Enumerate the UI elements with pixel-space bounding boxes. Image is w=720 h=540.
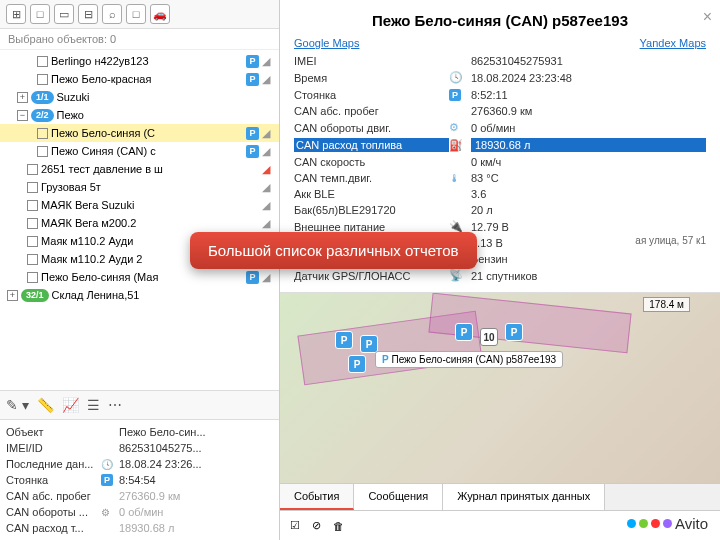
- expand-icon[interactable]: +: [17, 92, 28, 103]
- toolbar-mid: ✎ ▾ 📏 📈 ☰ ⋯: [0, 390, 279, 420]
- info-row: CAN расход т...18930.68 л: [6, 520, 273, 536]
- google-maps-link[interactable]: Google Maps: [294, 37, 359, 49]
- tree-label: Suzuki: [57, 91, 275, 103]
- detail-row: CAN скорость0 км/ч: [294, 154, 706, 170]
- toolbar-top: ⊞ □ ▭ ⊟ ⌕ □ 🚗: [0, 0, 279, 29]
- count-marker[interactable]: 10: [480, 328, 498, 346]
- detail-row: Бак(65л)BLE29172020 л: [294, 202, 706, 218]
- info-row: ОбъектПежо Бело-син...: [6, 424, 273, 440]
- tree-node[interactable]: Пежо Бело-синяя (МаяP◢: [0, 268, 279, 286]
- parking-icon: P: [246, 73, 259, 86]
- check-icon[interactable]: ☑: [290, 519, 300, 532]
- checkbox[interactable]: [27, 200, 38, 211]
- chart-icon[interactable]: 📈: [62, 397, 79, 413]
- tab-messages[interactable]: Сообщения: [354, 484, 443, 510]
- expand-icon[interactable]: +: [7, 290, 18, 301]
- trash-icon[interactable]: 🗑: [333, 520, 344, 532]
- parking-icon: P: [246, 271, 259, 284]
- stop-icon[interactable]: ⊘: [312, 519, 321, 532]
- edit-icon[interactable]: ✎ ▾: [6, 397, 29, 413]
- info-row: CAN обороты ...⚙0 об/мин: [6, 504, 273, 520]
- tree-node[interactable]: +32/1Склад Ленина,51: [0, 286, 279, 304]
- count-badge: 32/1: [21, 289, 49, 302]
- callout-banner: Большой список различных отчетов: [190, 232, 477, 269]
- signal-icon: ◢: [262, 73, 275, 86]
- info-row: CAN абс. пробег276360.9 км: [6, 488, 273, 504]
- checkbox[interactable]: [27, 236, 38, 247]
- toolbar-btn-7[interactable]: 🚗: [150, 4, 170, 24]
- checkbox[interactable]: [27, 164, 38, 175]
- signal-icon: ◢: [262, 181, 275, 194]
- detail-row: Время🕓18.08.2024 23:23:48: [294, 69, 706, 86]
- tree-node[interactable]: +1/1Suzuki: [0, 88, 279, 106]
- tree-label: Пежо Бело-синяя (Мая: [41, 271, 243, 283]
- tree-node[interactable]: Пежо Синяя (CAN) сP◢: [0, 142, 279, 160]
- count-badge: 1/1: [31, 91, 54, 104]
- parking-icon: P: [246, 55, 259, 68]
- toolbar-btn-2[interactable]: □: [30, 4, 50, 24]
- detail-row: Акк BLE3.6: [294, 186, 706, 202]
- checkbox[interactable]: [37, 146, 48, 157]
- park-marker[interactable]: P: [335, 331, 353, 349]
- object-tree[interactable]: Berlingo н422ув123P◢Пежо Бело-краснаяP◢+…: [0, 50, 279, 390]
- detail-row: CAN абс. пробег276360.9 км: [294, 103, 706, 119]
- toolbar-btn-1[interactable]: ⊞: [6, 4, 26, 24]
- checkbox[interactable]: [27, 218, 38, 229]
- map-scale: 178.4 м: [643, 297, 690, 312]
- report-icon[interactable]: ☰: [87, 397, 100, 413]
- detail-row: CAN обороты двиг.⚙0 об/мин: [294, 119, 706, 136]
- parking-icon: P: [246, 127, 259, 140]
- checkbox[interactable]: [27, 272, 38, 283]
- tree-node[interactable]: МАЯК Вега Suzuki◢: [0, 196, 279, 214]
- checkbox[interactable]: [37, 74, 48, 85]
- tree-label: МАЯК Вега Suzuki: [41, 199, 259, 211]
- tree-node[interactable]: 2651 тест давление в ш◢: [0, 160, 279, 178]
- parking-icon: P: [246, 145, 259, 158]
- more-icon[interactable]: ⋯: [108, 397, 122, 413]
- tree-label: МАЯК Вега м200.2: [41, 217, 259, 229]
- map-links: Google Maps Yandex Maps: [294, 37, 706, 53]
- address-fragment: ая улица, 57 к1: [631, 234, 710, 247]
- detail-row: СтоянкаP8:52:11: [294, 86, 706, 103]
- park-marker[interactable]: P: [348, 355, 366, 373]
- park-marker[interactable]: P: [360, 335, 378, 353]
- avito-watermark: Avito: [627, 515, 708, 532]
- vehicle-map-label[interactable]: P Пежо Бело-синяя (CAN) р587ее193: [375, 351, 563, 368]
- tree-node[interactable]: Berlingo н422ув123P◢: [0, 52, 279, 70]
- tree-node[interactable]: МАЯК Вега м200.2◢: [0, 214, 279, 232]
- close-icon[interactable]: ×: [703, 8, 712, 26]
- tree-node[interactable]: Грузовая 5т◢: [0, 178, 279, 196]
- toolbar-btn-5[interactable]: ⌕: [102, 4, 122, 24]
- signal-icon: ◢: [262, 271, 275, 284]
- tree-node[interactable]: Пежо Бело-синяя (CP◢: [0, 124, 279, 142]
- checkbox[interactable]: [27, 182, 38, 193]
- signal-icon: ◢: [262, 127, 275, 140]
- signal-icon: ◢: [262, 163, 275, 176]
- tree-label: 2651 тест давление в ш: [41, 163, 259, 175]
- tab-events[interactable]: События: [280, 484, 354, 510]
- right-pane: × Пежо Бело-синяя (CAN) р587ее193 Google…: [280, 0, 720, 540]
- toolbar-btn-6[interactable]: □: [126, 4, 146, 24]
- map-canvas[interactable]: 178.4 м P P P 10 P P P Пежо Бело-синяя (…: [280, 293, 720, 540]
- park-marker[interactable]: P: [505, 323, 523, 341]
- ruler-icon[interactable]: 📏: [37, 397, 54, 413]
- info-row: IMEI/ID862531045275...: [6, 440, 273, 456]
- checkbox[interactable]: [37, 128, 48, 139]
- tree-label: Грузовая 5т: [41, 181, 259, 193]
- yandex-maps-link[interactable]: Yandex Maps: [640, 37, 706, 49]
- toolbar-btn-3[interactable]: ▭: [54, 4, 74, 24]
- checkbox[interactable]: [27, 254, 38, 265]
- toolbar-btn-4[interactable]: ⊟: [78, 4, 98, 24]
- signal-icon: ◢: [262, 217, 275, 230]
- tree-node[interactable]: −2/2Пежо: [0, 106, 279, 124]
- tab-log[interactable]: Журнал принятых данных: [443, 484, 605, 510]
- tree-node[interactable]: Пежо Бело-краснаяP◢: [0, 70, 279, 88]
- park-marker[interactable]: P: [455, 323, 473, 341]
- detail-row: Датчик GPS/ГЛОНАСС📡21 спутников: [294, 267, 706, 284]
- left-sidebar: ⊞ □ ▭ ⊟ ⌕ □ 🚗 Выбрано объектов: 0 Berlin…: [0, 0, 280, 540]
- expand-icon[interactable]: −: [17, 110, 28, 121]
- selection-count: Выбрано объектов: 0: [0, 29, 279, 50]
- count-badge: 2/2: [31, 109, 54, 122]
- checkbox[interactable]: [37, 56, 48, 67]
- detail-row: CAN темп.двиг.🌡83 °C: [294, 170, 706, 186]
